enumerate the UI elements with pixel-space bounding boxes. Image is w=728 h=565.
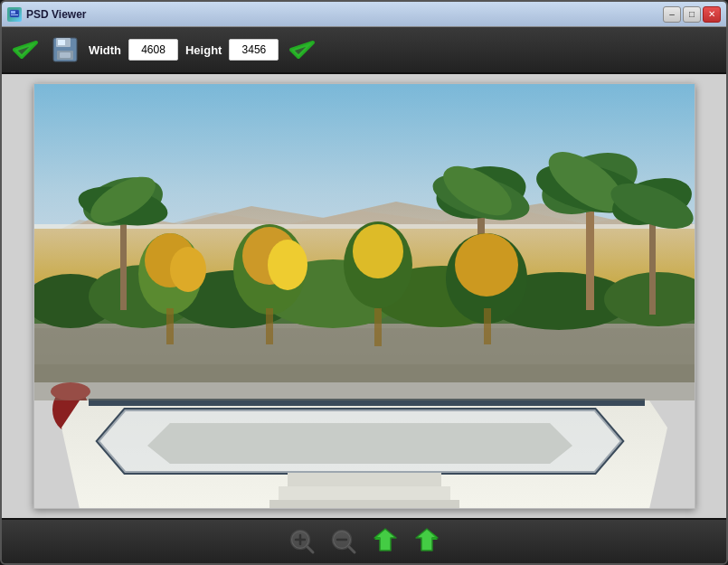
height-label: Height xyxy=(185,43,222,57)
window-controls: – □ ✕ xyxy=(663,6,721,23)
title-bar: PSD Viewer – □ ✕ xyxy=(2,2,726,27)
svg-rect-38 xyxy=(374,308,382,346)
svg-rect-67 xyxy=(279,486,450,500)
bottom-toolbar xyxy=(2,518,726,563)
zoom-in-button[interactable] xyxy=(286,525,318,558)
svg-line-78 xyxy=(349,547,355,552)
height-input[interactable] xyxy=(229,39,279,61)
svg-point-34 xyxy=(268,240,307,290)
svg-marker-19 xyxy=(34,328,695,355)
svg-point-55 xyxy=(455,233,518,297)
image-display xyxy=(33,83,695,509)
svg-line-74 xyxy=(307,547,313,552)
close-button[interactable]: ✕ xyxy=(703,6,721,23)
zoom-out-button[interactable] xyxy=(327,525,360,558)
svg-rect-56 xyxy=(484,308,491,344)
svg-rect-9 xyxy=(60,52,71,58)
svg-rect-68 xyxy=(269,500,459,509)
minimize-button[interactable]: – xyxy=(663,6,681,23)
svg-rect-31 xyxy=(166,308,174,344)
toolbar: Width Height xyxy=(2,27,726,74)
svg-rect-2 xyxy=(11,14,18,15)
svg-rect-66 xyxy=(288,473,441,486)
svg-rect-7 xyxy=(58,40,65,45)
check-right-button[interactable] xyxy=(286,33,318,66)
svg-marker-64 xyxy=(147,423,572,464)
check-left-button[interactable] xyxy=(9,33,42,66)
window-title: PSD Viewer xyxy=(26,8,663,21)
photo-scene xyxy=(34,84,695,509)
navigate-left-button[interactable] xyxy=(369,525,402,558)
svg-point-30 xyxy=(170,247,206,292)
navigate-right-button[interactable] xyxy=(411,525,443,558)
svg-rect-1 xyxy=(11,11,15,14)
width-label: Width xyxy=(89,43,121,57)
save-button[interactable] xyxy=(49,33,81,66)
width-input[interactable] xyxy=(128,39,178,61)
maximize-button[interactable]: □ xyxy=(683,6,701,23)
app-icon xyxy=(7,7,22,22)
main-window: PSD Viewer – □ ✕ Width xyxy=(0,0,728,565)
svg-rect-35 xyxy=(266,308,273,344)
image-canvas-area xyxy=(2,74,726,518)
svg-point-37 xyxy=(353,224,403,278)
svg-rect-69 xyxy=(34,364,695,400)
